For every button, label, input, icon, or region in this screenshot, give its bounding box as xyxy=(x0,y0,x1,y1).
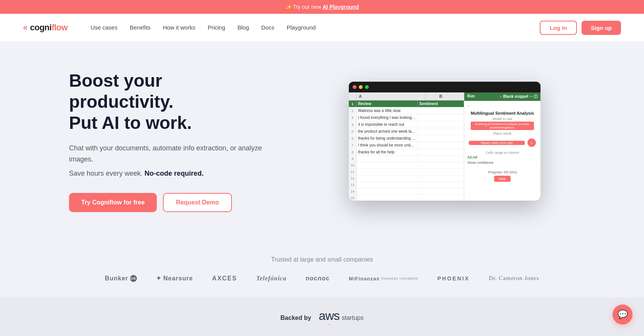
run-label: Run xyxy=(467,94,475,99)
panel-confidence-row: ○ xyxy=(467,165,537,169)
logo-nearsure: ✦ Nearsure xyxy=(156,275,193,282)
table-row: 4 it is impossible to reach out xyxy=(349,121,464,128)
table-row: 3 I found everything I was looking for xyxy=(349,114,464,121)
logo-cameron: Dr. Cameron Jones xyxy=(489,275,539,282)
cta-secondary-button[interactable]: Request Demo xyxy=(163,193,232,212)
nav-benefits[interactable]: Benefits xyxy=(130,24,150,31)
table-row: 13 xyxy=(349,182,464,188)
backed-by-text: Backed by xyxy=(281,315,311,321)
panel-header: Run ○ Blank snippet ··· ⓘ xyxy=(464,92,540,101)
hero-title-line1: Boost your productivity. xyxy=(69,71,174,112)
logo-bunker: Bunker DB xyxy=(105,275,136,282)
top-banner: ✨ Try our new AI Playground xyxy=(0,0,644,14)
banner-text: ✨ Try our new xyxy=(285,4,323,10)
panel-next-button[interactable]: › xyxy=(527,138,536,147)
nav-pricing[interactable]: Pricing xyxy=(208,24,225,31)
nav-docs[interactable]: Docs xyxy=(261,24,274,31)
nav-links: Use cases Benefits How it works Pricing … xyxy=(90,24,540,31)
logo-mifinanzas: MiFinanzas Vinculas rentables xyxy=(349,275,418,282)
signup-button[interactable]: Sign up xyxy=(582,21,621,35)
panel-place-result-label: Place result xyxy=(467,132,537,135)
panel-back-nav: ← xyxy=(467,104,537,108)
panel-model-label: Model to use xyxy=(467,117,537,121)
hero-buttons: Try Cogniflow for free Request Demo xyxy=(69,193,268,212)
nav-use-cases[interactable]: Use cases xyxy=(90,24,117,31)
table-row: 9 xyxy=(349,156,464,162)
panel-cells-value: A2:A8 xyxy=(467,155,537,159)
logo-phoenix: PHOENIX xyxy=(437,275,470,282)
table-row: 6 thanks for being understanding on my r… xyxy=(349,135,464,142)
hero-subtitle2-bold: No-code required. xyxy=(145,170,204,177)
hero-subtitle2: Save hours every week. No-code required. xyxy=(69,170,268,178)
table-row: 12 xyxy=(349,175,464,182)
col-b-header: B xyxy=(426,92,456,100)
col-a-header: A xyxy=(356,92,426,100)
company-logos: Bunker DB ✦ Nearsure AXCES Telefónica no… xyxy=(23,275,621,282)
trusted-section: Trusted at large and small companies Bun… xyxy=(0,241,644,297)
chat-icon: 💬 xyxy=(618,310,628,320)
hero-subtitle: Chat with your documents, automate info … xyxy=(69,143,268,165)
col-sentiment-header: Sentiment xyxy=(418,100,445,107)
dot-green xyxy=(365,85,369,89)
table-row: 7 I think you should be more understandi… xyxy=(349,142,464,149)
hero-left: Boost your productivity. Put AI to work.… xyxy=(69,70,268,212)
logo-accent: flow xyxy=(51,23,67,32)
panel-model-tag: Multilingual Sentiment Analysis (3 kinds… xyxy=(471,122,534,130)
cta-primary-button[interactable]: Try Cogniflow for free xyxy=(69,193,157,212)
ai-panel: Run ○ Blank snippet ··· ⓘ ← Multilingual… xyxy=(464,92,540,201)
table-row: 10 xyxy=(349,162,464,169)
aws-logo: aws ⌣ startups xyxy=(319,309,364,327)
hero-right: A B 1 Review Sentiment 2 Waitress was a … xyxy=(291,82,598,201)
dot-yellow xyxy=(359,85,363,89)
banner-link[interactable]: AI Playground xyxy=(323,4,359,10)
trusted-title: Trusted at large and small companies xyxy=(23,256,621,263)
chat-button[interactable]: 💬 xyxy=(613,305,632,324)
logo[interactable]: « cogniflow xyxy=(23,23,67,33)
panel-progress: Progress: 0/0 (0%) xyxy=(467,170,537,174)
nav-how-it-works[interactable]: How it works xyxy=(163,24,196,31)
spreadsheet-area: A B 1 Review Sentiment 2 Waitress was a … xyxy=(349,92,464,201)
panel-cells-label: Cells range or column xyxy=(467,151,537,155)
navbar: « cogniflow Use cases Benefits How it wo… xyxy=(0,14,644,41)
aws-text: aws xyxy=(319,309,340,323)
startups-text: startups xyxy=(342,315,364,321)
mockup-titlebar xyxy=(349,82,540,92)
panel-place-tag: Replace values at the right xyxy=(469,141,525,145)
nav-playground[interactable]: Playground xyxy=(287,24,316,31)
panel-model-title: Multilingual Sentiment Analysis xyxy=(467,111,537,115)
logo-telefonica: Telefónica xyxy=(256,275,286,282)
sheet-header-row: 1 Review Sentiment xyxy=(349,100,464,107)
panel-content: ← Multilingual Sentiment Analysis Model … xyxy=(464,101,540,201)
mockup-body: A B 1 Review Sentiment 2 Waitress was a … xyxy=(349,92,540,201)
logo-icon: « xyxy=(23,23,28,33)
aws-section: Backed by aws ⌣ startups xyxy=(0,297,644,336)
nav-blog[interactable]: Blog xyxy=(238,24,249,31)
table-row: 8 thanks for all the help xyxy=(349,149,464,156)
dot-red xyxy=(353,85,356,89)
panel-stop-button[interactable]: Stop xyxy=(494,176,511,182)
table-row: 14 xyxy=(349,188,464,195)
logo-nocnoc: nocnoc xyxy=(306,275,330,282)
logo-axces: AXCES xyxy=(212,275,237,282)
col-review-header: Review xyxy=(356,100,418,107)
hero-title: Boost your productivity. Put AI to work. xyxy=(69,70,268,134)
hero-title-line2: Put AI to work. xyxy=(69,113,192,133)
spreadsheet-mockup: A B 1 Review Sentiment 2 Waitress was a … xyxy=(349,82,540,201)
login-button[interactable]: Log in xyxy=(540,21,577,35)
table-row: 11 xyxy=(349,169,464,175)
logo-text: cogniflow xyxy=(30,23,67,33)
hero-section: Boost your productivity. Put AI to work.… xyxy=(0,41,644,241)
table-row: 2 Waitress was a little slow xyxy=(349,107,464,114)
nav-actions: Log in Sign up xyxy=(540,21,621,35)
panel-confidence-label: Show confidence xyxy=(467,161,537,165)
sheet-column-header: A B xyxy=(349,92,464,100)
aws-wordmark: aws ⌣ xyxy=(319,309,340,327)
table-row: 5 the product arrived one week later xyxy=(349,128,464,135)
panel-place-row: Replace values at the right › xyxy=(467,136,537,149)
table-row: 15 xyxy=(349,195,464,201)
hero-subtitle2-plain: Save hours every week. xyxy=(69,170,145,177)
blank-snippet-label: ○ Blank snippet ··· ⓘ xyxy=(500,94,537,99)
